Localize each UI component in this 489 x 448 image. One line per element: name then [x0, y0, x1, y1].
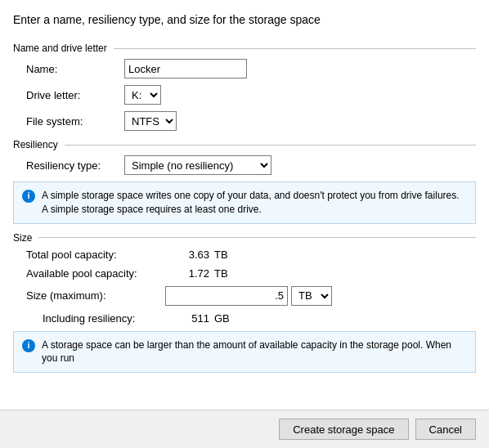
drive-letter-label: Drive letter:: [26, 89, 124, 101]
size-info-text: A storage space can be larger than the a…: [42, 338, 467, 366]
size-unit-select[interactable]: TB GB MB: [291, 286, 332, 306]
name-control: [124, 59, 247, 78]
resiliency-type-label: Resiliency type:: [26, 159, 124, 172]
available-pool-row: Available pool capacity: 1.72 TB: [26, 267, 476, 280]
size-section-title: Size: [13, 232, 476, 244]
size-info-icon: i: [22, 339, 35, 352]
total-pool-value: 3.63: [165, 249, 214, 261]
total-pool-label: Total pool capacity:: [26, 249, 165, 261]
name-field-row: Name:: [13, 59, 476, 78]
size-max-input-wrap: TB GB MB: [165, 286, 332, 306]
dialog-footer: Create storage space Cancel: [0, 410, 489, 448]
size-info-box: i A storage space can be larger than the…: [13, 331, 476, 374]
including-resiliency-unit: GB: [214, 312, 239, 325]
available-pool-value: 1.72: [165, 267, 214, 280]
size-max-label: Size (maximum):: [26, 289, 165, 302]
drive-letter-field-row: Drive letter: K: L: M: N:: [13, 85, 476, 105]
size-section: Size Total pool capacity: 3.63 TB Availa…: [13, 232, 476, 374]
name-label: Name:: [26, 63, 124, 75]
dialog-body: Name and drive letter Name: Drive letter…: [0, 34, 489, 410]
file-system-select[interactable]: NTFS ReFS: [124, 111, 177, 131]
including-resiliency-value: 511: [165, 312, 214, 325]
including-resiliency-row: Including resiliency: 511 GB: [26, 312, 476, 325]
resiliency-type-control: Simple (no resiliency) Two-way mirror Th…: [124, 155, 271, 175]
total-pool-row: Total pool capacity: 3.63 TB: [26, 249, 476, 261]
resiliency-info-text: A simple storage space writes one copy o…: [42, 189, 467, 217]
size-table: Total pool capacity: 3.63 TB Available p…: [13, 249, 476, 325]
cancel-button[interactable]: Cancel: [415, 419, 476, 440]
name-input[interactable]: [124, 59, 247, 78]
resiliency-section-title: Resiliency: [13, 139, 476, 150]
create-storage-button[interactable]: Create storage space: [279, 419, 408, 440]
drive-letter-select[interactable]: K: L: M: N:: [124, 85, 161, 105]
file-system-control: NTFS ReFS: [124, 111, 177, 131]
resiliency-info-icon: i: [22, 190, 35, 203]
drive-letter-control: K: L: M: N:: [124, 85, 161, 105]
total-pool-unit: TB: [214, 249, 239, 261]
name-drive-section: Name and drive letter Name: Drive letter…: [13, 43, 476, 131]
available-pool-label: Available pool capacity:: [26, 267, 165, 280]
dialog: Enter a name, resiliency type, and size …: [0, 0, 489, 448]
size-max-row: Size (maximum): TB GB MB: [26, 286, 476, 306]
name-drive-section-title: Name and drive letter: [13, 43, 476, 54]
resiliency-section: Resiliency Resiliency type: Simple (no r…: [13, 139, 476, 224]
file-system-label: File system:: [26, 115, 124, 128]
file-system-field-row: File system: NTFS ReFS: [13, 111, 476, 131]
resiliency-type-field-row: Resiliency type: Simple (no resiliency) …: [13, 155, 476, 175]
resiliency-info-box: i A simple storage space writes one copy…: [13, 181, 476, 224]
size-max-input[interactable]: [165, 286, 288, 306]
dialog-header: Enter a name, resiliency type, and size …: [0, 0, 489, 34]
dialog-title: Enter a name, resiliency type, and size …: [13, 13, 476, 26]
including-resiliency-label: Including resiliency:: [26, 312, 165, 325]
available-pool-unit: TB: [214, 267, 239, 280]
resiliency-type-select[interactable]: Simple (no resiliency) Two-way mirror Th…: [124, 155, 271, 175]
